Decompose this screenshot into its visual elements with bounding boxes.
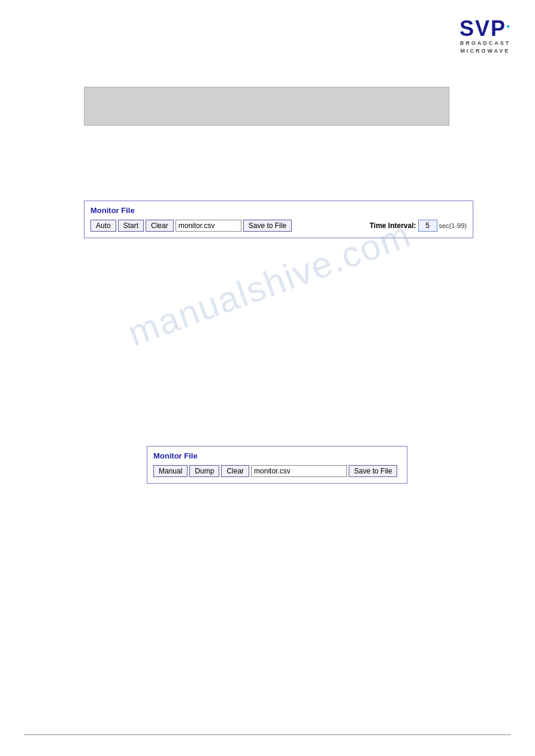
logo: SVP● BROADCAST MICROWAVE <box>460 18 511 54</box>
monitor-panel-1: Monitor File Auto Start Clear Save to Fi… <box>84 201 473 238</box>
manual-button[interactable]: Manual <box>153 465 188 477</box>
save-to-file-button-1[interactable]: Save to File <box>243 220 292 232</box>
save-to-file-button-2[interactable]: Save to File <box>349 465 397 477</box>
panel2-title: Monitor File <box>153 451 401 460</box>
time-interval-unit: sec(1-99) <box>439 222 467 229</box>
logo-brand: SVP● <box>460 18 511 40</box>
panel1-controls: Auto Start Clear Save to File Time Inter… <box>90 220 467 232</box>
time-interval-input[interactable] <box>418 220 437 232</box>
panel2-controls: Manual Dump Clear Save to File <box>153 465 401 477</box>
bottom-rule <box>24 734 511 735</box>
monitor-panel-2: Monitor File Manual Dump Clear Save to F… <box>147 446 407 484</box>
panel1-title: Monitor File <box>90 206 467 215</box>
time-interval-label: Time Interval: <box>370 221 416 230</box>
clear-button[interactable]: Clear <box>146 220 174 232</box>
auto-button[interactable]: Auto <box>90 220 116 232</box>
logo-sub-line2: MICROWAVE <box>460 47 511 55</box>
logo-sub-line1: BROADCAST <box>460 40 511 47</box>
banner <box>84 87 449 126</box>
logo-dot: ● <box>506 23 511 29</box>
file-input-2[interactable] <box>251 465 347 477</box>
clear-button-2[interactable]: Clear <box>221 465 249 477</box>
start-button[interactable]: Start <box>118 220 144 232</box>
dump-button[interactable]: Dump <box>189 465 219 477</box>
file-input-1[interactable] <box>176 220 241 232</box>
